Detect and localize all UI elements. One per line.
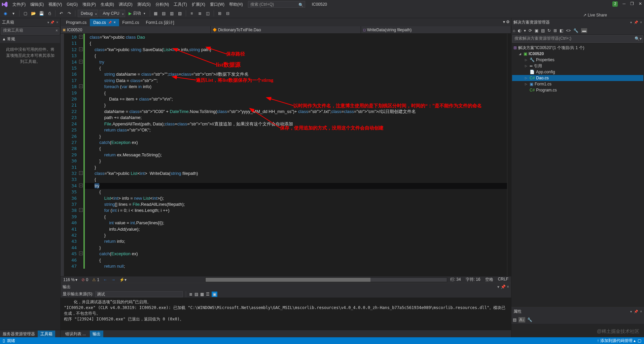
tab-form1[interactable]: Form1.cs [119, 19, 143, 26]
refresh-icon[interactable]: ↻ [547, 28, 551, 33]
wrench-icon[interactable]: 🔧 [573, 28, 578, 33]
tool-icon-7[interactable]: ◫ [205, 10, 211, 17]
open-file-icon[interactable]: 📂 [30, 10, 37, 17]
nav-back-icon[interactable]: ← [103, 277, 107, 282]
tree-dao-cs[interactable]: ▷C#Dao.cs [512, 75, 643, 81]
categorize-icon[interactable]: ▤ [513, 317, 516, 322]
solution-tree[interactable]: ⊞解决方案"IC00520"(1 个项目/共 1 个) ◢▣IC00520 ▷🔧… [511, 43, 644, 307]
close-icon[interactable]: × [56, 21, 58, 24]
output-source-combo[interactable]: 调试 [95, 291, 183, 297]
undo-icon[interactable]: ↶ [58, 10, 65, 17]
save-all-icon[interactable]: ⎙ [46, 10, 53, 17]
menu-debug[interactable]: 调试(D) [116, 0, 135, 9]
tree-form1-cs[interactable]: ▷▣Form1.cs [512, 81, 643, 87]
preview-icon[interactable]: ◧ [560, 28, 563, 33]
output-text[interactable]: 化，并且调试器选项“仅我的代码”已启用。 "IC00520.exe" (CLR … [61, 298, 511, 330]
back-icon[interactable]: ◐ [518, 28, 521, 33]
horizontal-scrollbar[interactable] [205, 277, 447, 282]
close-icon[interactable]: × [114, 19, 116, 26]
code-icon[interactable]: <> [566, 28, 571, 33]
home-icon[interactable]: ⌂ [513, 28, 515, 33]
nav-fwd-button[interactable]: ▾ [10, 10, 17, 17]
menu-test[interactable]: 测试(S) [135, 0, 153, 9]
tree-program-cs[interactable]: C#Program.cs [512, 87, 643, 93]
close-icon[interactable]: × [507, 284, 509, 289]
nav-back-button[interactable]: ◉ [2, 10, 9, 17]
close-icon[interactable]: × [640, 310, 642, 313]
collapse-icon[interactable]: ▣ [535, 28, 538, 33]
menu-edit[interactable]: 编辑(E) [28, 0, 46, 9]
error-count[interactable]: ⊘ 0 [81, 277, 88, 282]
clear-icon[interactable]: ≣ [189, 292, 192, 297]
nav-scope[interactable]: ▣IC00520 [61, 26, 211, 33]
bell-icon[interactable]: ▢ [638, 338, 641, 343]
expand-icon[interactable]: ▷ [525, 76, 528, 80]
dropdown-icon[interactable]: ▾ [630, 310, 632, 313]
tree-references[interactable]: ▷▪▪引用 [512, 63, 643, 69]
warning-count[interactable]: ⚠ 1 [92, 277, 99, 282]
tab-server-explorer[interactable]: 服务器资源管理器 [0, 331, 38, 337]
maximize-button[interactable]: ❐ [630, 1, 634, 7]
menu-file[interactable]: 文件(F) [10, 0, 28, 9]
close-button[interactable]: ✕ [639, 1, 642, 7]
minimap[interactable] [507, 34, 511, 276]
menu-project[interactable]: 项目(P) [80, 0, 98, 9]
dropdown-icon[interactable]: ▾ [630, 21, 632, 24]
tool-icon-5[interactable]: ≡ [188, 10, 195, 17]
add-source-control[interactable]: ↑ 添加到源代码管理 ▴ [597, 338, 636, 344]
output-icon-2[interactable]: ☰ [206, 292, 210, 297]
pin-icon[interactable]: ▾ 📌 [47, 21, 54, 24]
menu-help[interactable]: 帮助(H) [227, 0, 245, 9]
save-icon[interactable]: 💾 [38, 10, 45, 17]
toolbox-search[interactable]: 搜索工具箱 [1, 27, 60, 35]
dropdown-icon[interactable]: ▾ [497, 284, 499, 289]
pin-icon[interactable]: 📌 [634, 21, 638, 24]
tab-output[interactable]: 输出 [90, 331, 103, 337]
view-icon[interactable]: ▬ [581, 28, 587, 33]
tool-icon-6[interactable]: ≣ [196, 10, 203, 17]
tool-icon-2[interactable]: ▤ [160, 10, 167, 17]
menu-analyze[interactable]: 分析(N) [153, 0, 172, 9]
menu-build[interactable]: 生成(B) [98, 0, 116, 9]
expand-icon[interactable]: ▷ [525, 58, 528, 62]
solution-search[interactable]: 搜索解决方案资源管理器(Ctrl+;)🔍▾ [512, 35, 643, 43]
nav-more-icon[interactable]: ⚡▾ [119, 277, 127, 282]
properties-icon[interactable]: ⊞ [553, 28, 557, 33]
minimize-button[interactable]: ─ [622, 1, 625, 7]
menu-view[interactable]: 视图(V) [46, 0, 64, 9]
pin-icon[interactable]: 📌 [108, 19, 112, 26]
new-project-icon[interactable]: ▢ [22, 10, 29, 17]
expand-icon[interactable]: ▷ [525, 82, 528, 86]
wrap-icon[interactable]: ▤ [194, 292, 198, 297]
fold-column[interactable]: −−−−−−−− [79, 34, 83, 276]
tree-solution-root[interactable]: ⊞解决方案"IC00520"(1 个项目/共 1 个) [512, 45, 643, 51]
show-all-icon[interactable]: ▤ [541, 28, 545, 33]
tab-form1-design[interactable]: Form1.cs [设计] [143, 19, 178, 26]
nav-fwd-icon[interactable]: → [111, 277, 115, 282]
tab-settings-icon[interactable]: ▾ ⚙ [503, 20, 510, 24]
nav-member[interactable]: ◻WriteData(string filepath) [361, 26, 511, 33]
tab-dao[interactable]: Dao.cs📌× [90, 19, 119, 26]
pin-icon[interactable]: 📌 [501, 284, 506, 289]
tool-icon-3[interactable]: ▥ [169, 10, 175, 17]
tab-toolbox[interactable]: 工具箱 [38, 331, 55, 337]
alpha-sort-icon[interactable]: A↓ [518, 317, 525, 322]
props-icon[interactable]: 🔧 [527, 317, 532, 322]
tool-icon-9[interactable]: ⊟ [224, 10, 231, 17]
tree-appconfig[interactable]: 📄App.config [512, 69, 643, 75]
menu-tools[interactable]: 工具(T) [171, 0, 189, 9]
tree-project[interactable]: ◢▣IC00520 [512, 51, 643, 57]
tool-icon-4[interactable]: ▧ [177, 10, 183, 17]
sync-icon[interactable]: ⟳ [529, 28, 532, 33]
expand-icon[interactable]: ◢ [519, 52, 522, 55]
tab-error-list[interactable]: 错误列表 ... [63, 331, 88, 337]
notification-badge[interactable]: 2 [612, 1, 618, 7]
expand-icon[interactable]: ▷ [525, 64, 528, 68]
close-icon[interactable]: × [640, 21, 642, 24]
platform-combo[interactable]: Any CPU [100, 10, 125, 17]
output-icon-3[interactable]: ▣ [212, 292, 217, 297]
nav-class[interactable]: 🔶DictionaryToTxtFile.Dao [211, 26, 361, 33]
code-content[interactable]: class="kw">public class Dao { class="kw"… [85, 34, 507, 276]
start-debug-button[interactable]: ▶启动▾ [127, 10, 147, 16]
live-share-button[interactable]: ↗ Live Share [583, 13, 607, 17]
